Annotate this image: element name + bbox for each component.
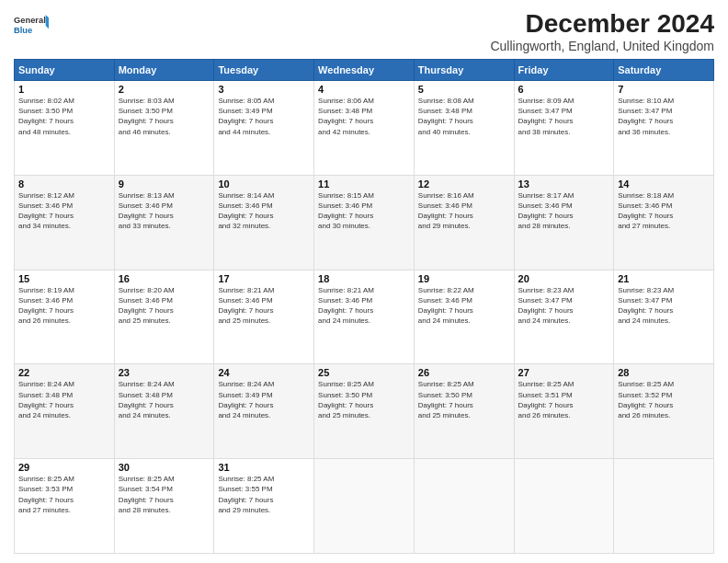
calendar-cell: 31 Sunrise: 8:25 AM Sunset: 3:55 PM Dayl… <box>214 459 314 554</box>
day-number: 7 <box>618 84 710 95</box>
day-number: 21 <box>618 273 710 284</box>
calendar-week-row: 29 Sunrise: 8:25 AM Sunset: 3:53 PM Dayl… <box>15 459 714 554</box>
calendar-cell: 4 Sunrise: 8:06 AM Sunset: 3:48 PM Dayli… <box>314 81 415 176</box>
cell-info: Sunrise: 8:03 AM Sunset: 3:50 PM Dayligh… <box>119 96 210 137</box>
weekday-header: Friday <box>514 60 614 81</box>
day-number: 16 <box>119 273 210 284</box>
day-number: 23 <box>119 367 210 378</box>
calendar-cell: 6 Sunrise: 8:09 AM Sunset: 3:47 PM Dayli… <box>514 81 614 176</box>
cell-info: Sunrise: 8:24 AM Sunset: 3:48 PM Dayligh… <box>119 379 210 420</box>
day-number: 17 <box>218 273 310 284</box>
day-number: 8 <box>18 178 110 190</box>
calendar-body: 1 Sunrise: 8:02 AM Sunset: 3:50 PM Dayli… <box>15 81 714 554</box>
calendar-week-row: 15 Sunrise: 8:19 AM Sunset: 3:46 PM Dayl… <box>15 270 714 364</box>
calendar-header-row: SundayMondayTuesdayWednesdayThursdayFrid… <box>15 60 714 81</box>
calendar-cell: 22 Sunrise: 8:24 AM Sunset: 3:48 PM Dayl… <box>15 364 115 459</box>
cell-info: Sunrise: 8:14 AM Sunset: 3:46 PM Dayligh… <box>218 190 310 232</box>
weekday-header: Thursday <box>414 60 514 81</box>
day-number: 5 <box>418 84 510 95</box>
day-number: 12 <box>418 178 510 190</box>
calendar-cell: 24 Sunrise: 8:24 AM Sunset: 3:49 PM Dayl… <box>214 364 314 459</box>
weekday-header: Monday <box>114 60 214 81</box>
calendar-week-row: 1 Sunrise: 8:02 AM Sunset: 3:50 PM Dayli… <box>15 81 714 176</box>
cell-info: Sunrise: 8:19 AM Sunset: 3:46 PM Dayligh… <box>18 285 110 327</box>
day-number: 9 <box>119 178 210 190</box>
cell-info: Sunrise: 8:12 AM Sunset: 3:46 PM Dayligh… <box>18 190 110 232</box>
calendar-cell: 19 Sunrise: 8:22 AM Sunset: 3:46 PM Dayl… <box>414 270 514 364</box>
calendar-cell: 23 Sunrise: 8:24 AM Sunset: 3:48 PM Dayl… <box>114 364 214 459</box>
calendar-cell: 18 Sunrise: 8:21 AM Sunset: 3:46 PM Dayl… <box>314 270 415 364</box>
cell-info: Sunrise: 8:25 AM Sunset: 3:54 PM Dayligh… <box>119 474 210 515</box>
calendar: SundayMondayTuesdayWednesdayThursdayFrid… <box>14 59 714 554</box>
cell-info: Sunrise: 8:09 AM Sunset: 3:47 PM Dayligh… <box>518 96 610 137</box>
day-number: 28 <box>618 367 710 378</box>
cell-info: Sunrise: 8:24 AM Sunset: 3:48 PM Dayligh… <box>18 379 110 420</box>
calendar-cell: 17 Sunrise: 8:21 AM Sunset: 3:46 PM Dayl… <box>214 270 314 364</box>
header: General Blue December 2024 Cullingworth,… <box>14 9 714 53</box>
calendar-week-row: 8 Sunrise: 8:12 AM Sunset: 3:46 PM Dayli… <box>15 175 714 270</box>
day-number: 10 <box>218 178 310 190</box>
cell-info: Sunrise: 8:25 AM Sunset: 3:53 PM Dayligh… <box>18 474 110 515</box>
svg-text:Blue: Blue <box>14 26 32 35</box>
weekday-header: Tuesday <box>214 60 314 81</box>
calendar-cell <box>614 459 714 554</box>
day-number: 18 <box>318 273 410 284</box>
cell-info: Sunrise: 8:13 AM Sunset: 3:46 PM Dayligh… <box>119 190 210 232</box>
title-block: December 2024 Cullingworth, England, Uni… <box>490 9 714 53</box>
cell-info: Sunrise: 8:17 AM Sunset: 3:46 PM Dayligh… <box>518 190 610 232</box>
calendar-cell: 29 Sunrise: 8:25 AM Sunset: 3:53 PM Dayl… <box>15 459 115 554</box>
cell-info: Sunrise: 8:25 AM Sunset: 3:52 PM Dayligh… <box>618 379 710 420</box>
cell-info: Sunrise: 8:02 AM Sunset: 3:50 PM Dayligh… <box>18 96 110 137</box>
calendar-cell: 25 Sunrise: 8:25 AM Sunset: 3:50 PM Dayl… <box>314 364 415 459</box>
calendar-cell: 28 Sunrise: 8:25 AM Sunset: 3:52 PM Dayl… <box>614 364 714 459</box>
cell-info: Sunrise: 8:25 AM Sunset: 3:51 PM Dayligh… <box>518 379 610 420</box>
calendar-cell: 9 Sunrise: 8:13 AM Sunset: 3:46 PM Dayli… <box>114 175 214 270</box>
day-number: 15 <box>18 273 110 284</box>
calendar-cell: 27 Sunrise: 8:25 AM Sunset: 3:51 PM Dayl… <box>514 364 614 459</box>
cell-info: Sunrise: 8:21 AM Sunset: 3:46 PM Dayligh… <box>218 285 310 327</box>
cell-info: Sunrise: 8:15 AM Sunset: 3:46 PM Dayligh… <box>318 190 410 232</box>
svg-marker-2 <box>46 15 51 29</box>
day-number: 27 <box>518 367 610 378</box>
calendar-cell: 16 Sunrise: 8:20 AM Sunset: 3:46 PM Dayl… <box>114 270 214 364</box>
day-number: 14 <box>618 178 710 190</box>
day-number: 11 <box>318 178 410 190</box>
page: General Blue December 2024 Cullingworth,… <box>0 0 728 563</box>
calendar-cell: 2 Sunrise: 8:03 AM Sunset: 3:50 PM Dayli… <box>114 81 214 176</box>
calendar-cell: 1 Sunrise: 8:02 AM Sunset: 3:50 PM Dayli… <box>15 81 115 176</box>
cell-info: Sunrise: 8:10 AM Sunset: 3:47 PM Dayligh… <box>618 96 710 137</box>
cell-info: Sunrise: 8:06 AM Sunset: 3:48 PM Dayligh… <box>318 96 410 137</box>
calendar-cell: 21 Sunrise: 8:23 AM Sunset: 3:47 PM Dayl… <box>614 270 714 364</box>
calendar-cell: 26 Sunrise: 8:25 AM Sunset: 3:50 PM Dayl… <box>414 364 514 459</box>
calendar-cell: 7 Sunrise: 8:10 AM Sunset: 3:47 PM Dayli… <box>614 81 714 176</box>
day-number: 25 <box>318 367 410 378</box>
calendar-cell: 14 Sunrise: 8:18 AM Sunset: 3:46 PM Dayl… <box>614 175 714 270</box>
day-number: 6 <box>518 84 610 95</box>
weekday-header: Wednesday <box>314 60 415 81</box>
cell-info: Sunrise: 8:16 AM Sunset: 3:46 PM Dayligh… <box>418 190 510 232</box>
calendar-cell: 10 Sunrise: 8:14 AM Sunset: 3:46 PM Dayl… <box>214 175 314 270</box>
cell-info: Sunrise: 8:22 AM Sunset: 3:46 PM Dayligh… <box>418 285 510 327</box>
day-number: 20 <box>518 273 610 284</box>
day-number: 19 <box>418 273 510 284</box>
cell-info: Sunrise: 8:24 AM Sunset: 3:49 PM Dayligh… <box>218 379 310 420</box>
calendar-cell: 11 Sunrise: 8:15 AM Sunset: 3:46 PM Dayl… <box>314 175 415 270</box>
main-title: December 2024 <box>490 9 714 39</box>
calendar-cell: 5 Sunrise: 8:08 AM Sunset: 3:48 PM Dayli… <box>414 81 514 176</box>
weekday-header: Saturday <box>614 60 714 81</box>
calendar-cell: 8 Sunrise: 8:12 AM Sunset: 3:46 PM Dayli… <box>15 175 115 270</box>
cell-info: Sunrise: 8:25 AM Sunset: 3:55 PM Dayligh… <box>218 474 310 515</box>
calendar-cell: 3 Sunrise: 8:05 AM Sunset: 3:49 PM Dayli… <box>214 81 314 176</box>
calendar-cell <box>414 459 514 554</box>
day-number: 13 <box>518 178 610 190</box>
day-number: 29 <box>18 462 110 473</box>
day-number: 22 <box>18 367 110 378</box>
day-number: 1 <box>18 84 110 95</box>
calendar-cell <box>514 459 614 554</box>
day-number: 3 <box>218 84 310 95</box>
svg-text:General: General <box>14 16 46 25</box>
calendar-cell: 20 Sunrise: 8:23 AM Sunset: 3:47 PM Dayl… <box>514 270 614 364</box>
cell-info: Sunrise: 8:23 AM Sunset: 3:47 PM Dayligh… <box>518 285 610 327</box>
day-number: 4 <box>318 84 410 95</box>
cell-info: Sunrise: 8:25 AM Sunset: 3:50 PM Dayligh… <box>418 379 510 420</box>
